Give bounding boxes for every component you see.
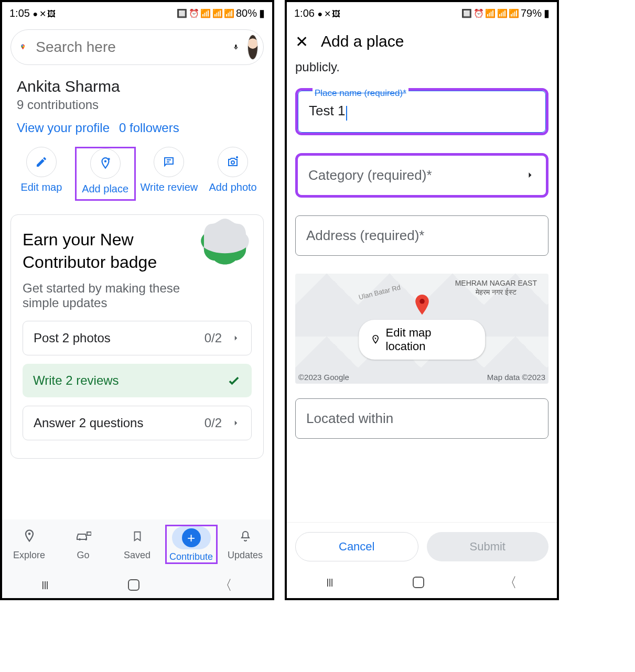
recents-button[interactable]: ||| <box>42 580 48 590</box>
add-place-header: ✕ Add a place <box>287 22 557 57</box>
badge-card: Earn your New Contributor badge Get star… <box>10 214 264 459</box>
address-field[interactable]: Address (required)* <box>295 215 548 256</box>
edit-location-icon <box>370 334 381 345</box>
camera-icon <box>227 156 239 168</box>
svg-point-7 <box>419 299 425 304</box>
search-bar[interactable] <box>10 29 264 65</box>
nav-go[interactable]: Go <box>57 525 110 564</box>
plus-icon: + <box>182 528 201 547</box>
pin-icon <box>22 529 37 544</box>
task-post-photos[interactable]: Post 2 photos 0/2 <box>23 321 252 355</box>
nav-explore[interactable]: Explore <box>3 525 56 564</box>
map-preview[interactable]: Ulan Batar Rd MEHRAM NAGAR EAST मेहरम नग… <box>295 274 548 384</box>
chevron-right-icon <box>231 418 241 428</box>
profile-contributions: 9 contributions <box>17 97 257 112</box>
map-area-label: MEHRAM NAGAR EAST मेहरम नगर ईस्ट <box>455 279 537 297</box>
bottom-nav: Explore Go Saved + Contribute Updates ||… <box>2 519 272 598</box>
car-icon <box>76 530 91 543</box>
status-right: 🔲 ⏰ 📶 📶 📶 79% ▮ <box>461 7 550 19</box>
badge-title: Earn your New Contributor badge <box>23 229 180 274</box>
status-left-icons: ● ✕ 🖼 <box>318 9 340 18</box>
followers-link[interactable]: 0 followers <box>119 121 179 135</box>
back-button[interactable]: 〈 <box>219 576 232 594</box>
svg-point-2 <box>231 161 234 164</box>
submit-button[interactable]: Submit <box>427 532 549 561</box>
add-place-icon <box>99 157 112 170</box>
nav-updates[interactable]: Updates <box>219 525 272 564</box>
edit-map-action[interactable]: Edit map <box>11 147 72 201</box>
check-icon <box>227 373 241 388</box>
map-pin-icon <box>412 295 433 320</box>
profile-avatar[interactable] <box>247 35 258 60</box>
action-row: Edit map Add place Write review Add phot… <box>2 135 272 212</box>
add-photo-action[interactable]: Add photo <box>202 147 263 201</box>
svg-point-3 <box>28 533 30 535</box>
place-name-label: Place name (required)* <box>313 88 408 99</box>
page-title: Add a place <box>321 32 404 50</box>
task-write-reviews[interactable]: Write 2 reviews <box>23 364 252 397</box>
system-nav: ||| 〈 <box>2 572 272 598</box>
map-attribution-right: Map data ©2023 <box>487 373 545 382</box>
search-input[interactable] <box>35 38 224 56</box>
svg-point-1 <box>104 160 106 162</box>
nav-contribute[interactable]: + Contribute <box>165 525 218 564</box>
phone-right: 1:06 ● ✕ 🖼 🔲 ⏰ 📶 📶 📶 79% ▮ ✕ Add a place… <box>285 0 559 600</box>
bookmark-icon <box>132 529 143 543</box>
status-bar: 1:05 ● ✕ 🖼 🔲 ⏰ 📶 📶 📶 80% ▮ <box>2 2 272 22</box>
status-time: 1:06 ● ✕ 🖼 <box>294 7 340 19</box>
bell-icon <box>239 529 252 543</box>
svg-point-4 <box>79 538 81 540</box>
task-answer-questions[interactable]: Answer 2 questions 0/2 <box>23 406 252 440</box>
edit-map-location-chip[interactable]: Edit map location <box>359 320 486 360</box>
publicly-text: publicly. <box>295 60 548 74</box>
write-review-action[interactable]: Write review <box>138 147 199 201</box>
located-within-field[interactable]: Located within <box>295 398 548 439</box>
profile-name: Ankita Sharma <box>17 78 257 95</box>
view-profile-link[interactable]: View your profile <box>17 121 110 135</box>
map-attribution-left: ©2023 Google <box>298 373 349 382</box>
category-field[interactable]: Category (required)* <box>295 153 548 198</box>
badge-subtitle: Get started by making these simple updat… <box>23 281 201 310</box>
add-place-action[interactable]: Add place <box>75 147 136 201</box>
road-label: Ulan Batar Rd <box>358 283 401 301</box>
mic-icon[interactable] <box>233 39 239 55</box>
status-time: 1:05 ● ✕ 🖼 <box>9 7 55 19</box>
status-bar: 1:06 ● ✕ 🖼 🔲 ⏰ 📶 📶 📶 79% ▮ <box>287 2 557 22</box>
status-right: 🔲 ⏰ 📶 📶 📶 80% ▮ <box>177 7 265 19</box>
add-place-footer: Cancel Submit <box>287 522 557 567</box>
status-left-icons: ● ✕ 🖼 <box>33 9 56 18</box>
nav-saved[interactable]: Saved <box>111 525 164 564</box>
close-icon[interactable]: ✕ <box>295 32 308 51</box>
profile-block: Ankita Sharma 9 contributions View your … <box>2 70 272 135</box>
back-button[interactable]: 〈 <box>503 573 517 592</box>
chevron-right-icon <box>525 170 535 180</box>
place-name-field-group: Place name (required)* Test 1 <box>295 88 548 135</box>
system-nav: ||| 〈 <box>287 567 557 598</box>
review-icon <box>163 156 175 168</box>
badge-icon <box>199 216 251 268</box>
home-button[interactable] <box>128 579 139 591</box>
home-button[interactable] <box>413 577 424 588</box>
cancel-button[interactable]: Cancel <box>295 532 418 561</box>
svg-rect-6 <box>87 532 91 535</box>
phone-left: 1:05 ● ✕ 🖼 🔲 ⏰ 📶 📶 📶 80% ▮ Ankita Sharma… <box>0 0 274 600</box>
maps-logo-icon <box>19 38 26 56</box>
recents-button[interactable]: ||| <box>327 578 333 587</box>
svg-point-5 <box>85 538 87 540</box>
pencil-icon <box>35 156 48 168</box>
chevron-right-icon <box>231 333 241 343</box>
